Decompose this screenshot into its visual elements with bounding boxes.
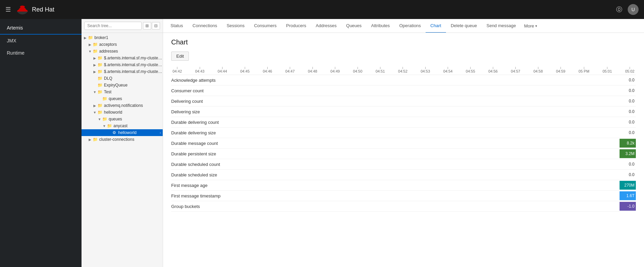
sidebar-item-jmx[interactable]: JMX (0, 35, 82, 47)
tree-arrow-helloworld: ▼ (92, 111, 97, 114)
timeline-tick: 05:01 (603, 66, 612, 73)
page-title: Chart (171, 38, 636, 46)
timeline-tick: 05:02 (625, 66, 634, 73)
tree-node-artemis-internal-1[interactable]: ▶📁$.artemis.internal.sf.my-cluster.... (82, 55, 163, 61)
chart-row-label-durable-scheduled-size: Durable scheduled size (171, 170, 246, 179)
tab-attributes[interactable]: Attributes (366, 19, 395, 33)
tree-node-helloworld-queue[interactable]: ⚙helloworld› (82, 129, 163, 136)
sidebar: Artemis JMX Runtime (0, 19, 82, 267)
tree-arrow-hw-queues: ▼ (97, 117, 102, 121)
chart-row-value-delivering-count: 0.0 (629, 99, 636, 103)
tab-sessions[interactable]: Sessions (222, 19, 249, 33)
tree-node-expiryqueue[interactable]: 📁ExpiryQueue (82, 82, 163, 89)
chart-row-bar-area-delivering-count: 0.0 (246, 96, 636, 106)
chart-row-value-durable-delivering-count: 0.0 (629, 120, 636, 125)
timeline-tick: 04:58 (534, 66, 543, 73)
sidebar-item-artemis[interactable]: Artemis (0, 22, 82, 35)
chart-row-durable-message-count: Durable message count8.2k (171, 138, 636, 149)
edit-button[interactable]: Edit (171, 52, 189, 61)
collapse-all-button[interactable]: ⊟ (152, 22, 160, 30)
tree-arrow-cluster-connections: ▶ (88, 138, 92, 141)
chart-row-bar-area-durable-persistent-size: 3.2M (246, 149, 636, 159)
tree-arrow-test: ▼ (92, 90, 97, 94)
user-avatar[interactable]: U (628, 4, 639, 15)
tab-consumers[interactable]: Consumers (249, 19, 281, 33)
tab-operations[interactable]: Operations (395, 19, 426, 33)
tree-search-bar: ⊞ ⊟ (82, 19, 163, 33)
tree-content: ▶📁broker1▶📁acceptors▼📁addresses▶📁$.artem… (82, 33, 163, 267)
chart-row-bar-area-first-message-age: 270M (246, 180, 636, 190)
chart-row-bar-area-durable-delivering-size: 0.0 (246, 128, 636, 138)
chart-row-ack-attempts: Acknowledge attempts0.0 (171, 75, 636, 85)
tab-chart[interactable]: Chart (426, 19, 446, 33)
chart-row-bar-area-durable-scheduled-size: 0.0 (246, 170, 636, 180)
tree-label-dlq: DLQ (104, 76, 163, 81)
chart-row-group-buckets: Group buckets-1.0 (171, 201, 636, 212)
tab-bar: StatusConnectionsSessionsConsumersProduc… (163, 19, 644, 33)
tree-node-activemq-notif[interactable]: ▶📁activemq.notifications (82, 102, 163, 109)
tree-label-test: Test (104, 90, 163, 94)
chart-row-label-delivering-size: Delivering size (171, 107, 246, 116)
tree-expand-chevron[interactable]: › (158, 131, 163, 135)
tab-addresses[interactable]: Addresses (311, 19, 341, 33)
tab-connections[interactable]: Connections (188, 19, 222, 33)
tree-node-test-queues[interactable]: 📁queues (82, 95, 163, 102)
timeline-tick: 04:57 (511, 66, 520, 73)
chart-row-label-consumer-count: Consumer count (171, 86, 246, 95)
timeline-tick: 05 PM (578, 66, 589, 73)
tree-node-acceptors[interactable]: ▶📁acceptors (82, 41, 163, 48)
tree-node-test[interactable]: ▼📁Test (82, 89, 163, 95)
tree-folder-icon-acceptors: 📁 (92, 42, 98, 47)
sidebar-item-runtime[interactable]: Runtime (0, 47, 82, 59)
timeline-tick: 04:43 (195, 66, 204, 73)
tree-folder-icon-addresses: 📁 (92, 49, 98, 54)
tree-arrow-activemq-notif: ▶ (92, 104, 97, 108)
tree-search-icons: ⊞ ⊟ (143, 22, 160, 30)
chart-row-label-ack-attempts: Acknowledge attempts (171, 76, 246, 85)
search-input[interactable] (84, 22, 142, 30)
chart-row-bar-area-delivering-size: 0.0 (246, 107, 636, 117)
hamburger-menu-icon[interactable]: ☰ (5, 6, 11, 13)
timeline-tick: 04:46 (263, 66, 272, 73)
chart-row-bar-area-durable-scheduled-count: 0.0 (246, 159, 636, 169)
tree-label-artemis-internal-1: $.artemis.internal.sf.my-cluster.... (104, 56, 163, 60)
tree-folder-icon-cluster-connections: 📁 (92, 137, 98, 142)
tree-node-broker1[interactable]: ▶📁broker1 (82, 34, 163, 41)
chart-bar-first-message-timestamp: 1.6T (620, 191, 636, 200)
timeline-tick: 04:44 (218, 66, 227, 73)
tab-queues[interactable]: Queues (341, 19, 366, 33)
chart-row-bar-area-first-message-timestamp: 1.6T (246, 191, 636, 201)
tab-status[interactable]: Status (166, 19, 188, 33)
tree-node-dlq[interactable]: 📁DLQ (82, 75, 163, 82)
content-area: StatusConnectionsSessionsConsumersProduc… (163, 19, 644, 267)
tree-arrow-artemis-internal-2: ▶ (92, 63, 97, 67)
tab-producers[interactable]: Producers (281, 19, 311, 33)
chart-row-bar-area-ack-attempts: 0.0 (246, 75, 636, 85)
help-icon[interactable]: ⓪ (616, 5, 622, 14)
chart-row-bar-area-durable-message-count: 8.2k (246, 138, 636, 148)
tree-label-hw-queues: queues (109, 117, 163, 121)
tab-more-button[interactable]: More▾ (521, 19, 540, 33)
tree-node-artemis-internal-2[interactable]: ▶📁$.artemis.internal.sf.my-cluster.... (82, 61, 163, 68)
chart-row-delivering-count: Delivering count0.0 (171, 96, 636, 107)
tab-send-message[interactable]: Send message (482, 19, 521, 33)
timeline-tick: 04:49 (330, 66, 340, 73)
tree-node-helloworld[interactable]: ▼📁helloworld (82, 109, 163, 116)
timeline-tick: 04:52 (398, 66, 408, 73)
chart-row-first-message-timestamp: First message timestamp1.6T (171, 191, 636, 201)
timeline-tick: 04:56 (488, 66, 498, 73)
chart-row-value-consumer-count: 0.0 (629, 88, 636, 93)
tree-node-cluster-connections[interactable]: ▶📁cluster-connections (82, 136, 163, 143)
tab-delete-queue[interactable]: Delete queue (446, 19, 482, 33)
redhat-hat-icon (16, 3, 29, 16)
expand-all-button[interactable]: ⊞ (143, 22, 151, 30)
timeline-tick: 04:53 (421, 66, 430, 73)
tree-folder-icon-artemis-internal-3: 📁 (97, 69, 103, 74)
tree-node-artemis-internal-3[interactable]: ▶📁$.artemis.internal.sf.my-cluster.... (82, 68, 163, 75)
tree-folder-icon-dlq: 📁 (97, 76, 103, 81)
chart-bar-first-message-age: 270M (620, 181, 636, 190)
tree-node-addresses[interactable]: ▼📁addresses (82, 48, 163, 55)
timeline-ticks: 04:4204:4304:4404:4504:4604:4704:4804:49… (171, 66, 636, 73)
tree-node-anycast[interactable]: ▼📁anycast (82, 122, 163, 129)
tree-node-hw-queues[interactable]: ▼📁queues (82, 116, 163, 122)
